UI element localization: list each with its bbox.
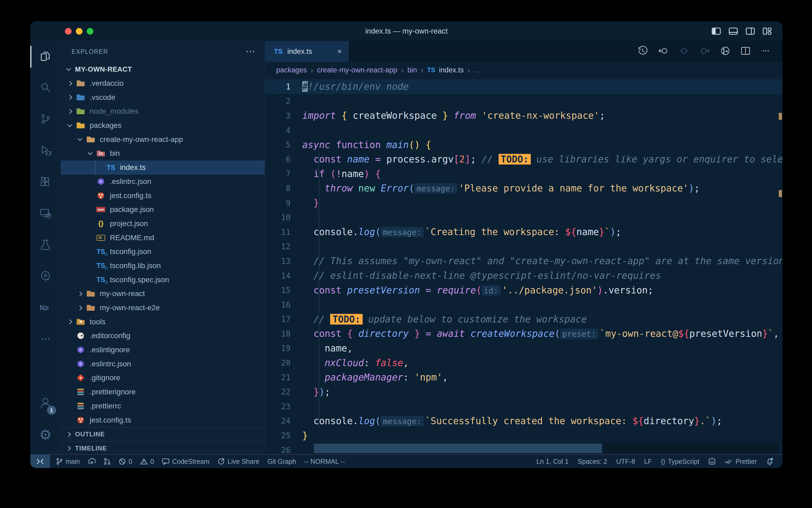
status-main[interactable]: main [56, 458, 80, 465]
breadcrumb-create-my-own-react-app[interactable]: create-my-own-react-app [317, 66, 397, 74]
code-line-15[interactable]: 15 const presetVersion = require(id:'../… [265, 283, 782, 297]
code-line-11[interactable]: 11 console.log(message:`Creating the wor… [265, 225, 782, 239]
tree-item-tsconfig.json[interactable]: TS⚙ tsconfig.json [61, 245, 265, 259]
split-editor-icon[interactable] [741, 46, 751, 56]
status-cloud-upload[interactable] [88, 458, 96, 465]
activity-settings[interactable]: ⚙ [30, 419, 61, 451]
tree-item-my-own-react[interactable]: my-own-react [61, 287, 265, 301]
tree-item-bin[interactable]: 01 bin [61, 146, 265, 161]
close-tab-icon[interactable]: × [337, 47, 342, 56]
tree-item-.gitignore[interactable]: .gitignore [61, 371, 265, 385]
toggle-panel-icon[interactable] [729, 28, 738, 35]
customize-layout-icon[interactable] [763, 28, 772, 35]
code-line-4[interactable]: 4 [265, 123, 782, 138]
status-lf[interactable]: LF [644, 458, 652, 465]
status-0[interactable]: 0 [118, 458, 132, 465]
status-git-graph[interactable]: Git Graph [268, 458, 296, 465]
more-actions-icon[interactable] [761, 46, 771, 56]
tab-index-ts[interactable]: TS index.ts × [265, 41, 349, 62]
tree-item-.vscode[interactable]: .vscode [61, 90, 265, 104]
toggle-sidebar-icon[interactable] [712, 28, 721, 35]
code-line-5[interactable]: 5 async function main() { [265, 137, 782, 152]
status-spaces-2[interactable]: Spaces: 2 [578, 458, 607, 465]
code-editor[interactable]: 1 #!/usr/bin/env node 2 3 import { creat… [265, 78, 782, 454]
activity-source-control[interactable] [30, 104, 61, 135]
status-0[interactable]: 0 [140, 458, 154, 465]
code-line-1[interactable]: 1 #!/usr/bin/env node [265, 79, 782, 94]
tree-item-project.json[interactable]: {} project.json [61, 217, 265, 231]
activity-codestream[interactable] [30, 261, 61, 292]
code-line-17[interactable]: 17 // TODO: update below to customize th… [265, 312, 782, 327]
activity-extensions[interactable] [30, 167, 61, 198]
code-line-25[interactable]: 25 } [265, 428, 782, 443]
tree-item-jest.config.ts[interactable]: jest.config.ts [61, 413, 265, 427]
status-normal[interactable]: -- NORMAL -- [304, 458, 345, 465]
tree-item-tsconfig.lib.json[interactable]: TS⚙ tsconfig.lib.json [61, 259, 265, 273]
status-remote[interactable] [30, 455, 50, 468]
code-line-22[interactable]: 22 }); [265, 384, 782, 399]
code-line-24[interactable]: 24 console.log(message:`Successfully cre… [265, 414, 782, 428]
breadcrumb-packages[interactable]: packages [276, 66, 307, 74]
explorer-actions-icon[interactable]: ··· [246, 47, 256, 56]
activity-nx-console[interactable]: N≥ [30, 292, 61, 324]
code-line-8[interactable]: 8 throw new Error(message:'Please provid… [265, 181, 782, 196]
breadcrumb-file[interactable]: index.ts [439, 66, 464, 74]
code-line-16[interactable]: 16 [265, 297, 782, 312]
status-prettier[interactable]: Prettier [725, 458, 757, 465]
status-live-share[interactable]: Live Share [218, 458, 259, 465]
status-ln-1-col-1[interactable]: Ln 1, Col 1 [536, 458, 569, 465]
code-line-12[interactable]: 12 [265, 239, 782, 254]
status-utf-8[interactable]: UTF-8 [616, 458, 635, 465]
tree-item-tsconfig.spec.json[interactable]: TS⚙ tsconfig.spec.json [61, 272, 265, 287]
activity-explorer[interactable] [30, 41, 61, 73]
tree-item-tools[interactable]: ⚒ tools [61, 315, 265, 329]
code-line-20[interactable]: 20 nxCloud: false, [265, 355, 782, 370]
tree-item-.eslintrc.json[interactable]: .eslintrc.json [61, 175, 265, 189]
status-branch-request[interactable] [104, 458, 111, 465]
tree-item-.prettierignore[interactable]: .prettierignore [61, 385, 265, 399]
tree-item-my-own-react-e2e[interactable]: my-own-react-e2e [61, 301, 265, 315]
code-line-10[interactable]: 10 [265, 210, 782, 225]
code-line-7[interactable]: 7 if (!name) { [265, 167, 782, 181]
tree-item-package.json[interactable]: npm package.json [61, 203, 265, 217]
activity-run-debug[interactable] [30, 135, 61, 167]
history-icon[interactable] [638, 46, 648, 57]
breadcrumb-more[interactable]: … [474, 66, 481, 74]
code-line-19[interactable]: 19 name, [265, 341, 782, 356]
code-line-13[interactable]: 13 // This assumes "my-own-react" and "c… [265, 254, 782, 268]
status-codestream[interactable]: CodeStream [162, 458, 209, 465]
title-bar[interactable]: index.ts — my-own-react [30, 21, 782, 41]
code-line-6[interactable]: 6 const name = process.argv[2]; // TODO:… [265, 152, 782, 167]
tree-item-node_modules[interactable]: node_modules [61, 104, 265, 119]
code-line-18[interactable]: 18 const { directory } = await createWor… [265, 327, 782, 341]
activity-more[interactable] [30, 324, 61, 355]
activity-remote-explorer[interactable] [30, 198, 61, 229]
breadcrumb-bin[interactable]: bin [407, 66, 417, 74]
tree-item-index.ts[interactable]: TS index.ts [61, 161, 265, 175]
git-graph-icon[interactable] [720, 46, 730, 57]
code-line-2[interactable]: 2 [265, 94, 782, 109]
horizontal-scrollbar[interactable] [314, 443, 779, 454]
tree-item-README.md[interactable]: M↓ README.md [61, 230, 265, 245]
code-line-9[interactable]: 9 } [265, 196, 782, 210]
status-typescript[interactable]: {}TypeScript [661, 458, 699, 465]
activity-accounts[interactable]: 1 [30, 388, 61, 419]
tree-item-.verdaccio[interactable]: .verdaccio [61, 76, 265, 90]
tree-root-my-own-react[interactable]: MY-OWN-REACT [61, 62, 265, 76]
tree-item-.prettierrc[interactable]: .prettierrc [61, 399, 265, 413]
code-line-23[interactable]: 23 [265, 399, 782, 414]
status-bell-dot[interactable] [766, 457, 773, 465]
section-timeline[interactable]: TIMELINE [61, 441, 265, 454]
section-outline[interactable]: OUTLINE [61, 427, 265, 441]
code-line-21[interactable]: 21 packageManager: 'npm', [265, 370, 782, 385]
nav-circle-icon[interactable] [679, 46, 689, 56]
nav-forward-icon[interactable] [700, 46, 710, 56]
toggle-secondary-sidebar-icon[interactable] [746, 28, 755, 35]
go-back-icon[interactable] [658, 46, 669, 56]
tree-item-jest.config.ts[interactable]: jest.config.ts [61, 188, 265, 203]
status-feedback[interactable] [708, 458, 716, 465]
tree-item-packages[interactable]: packages [61, 119, 265, 133]
activity-testing[interactable] [30, 229, 61, 261]
tree-item-.eslintrc.json[interactable]: .eslintrc.json [61, 357, 265, 371]
tree-item-create-my-own-react-app[interactable]: create-my-own-react-app [61, 132, 265, 146]
